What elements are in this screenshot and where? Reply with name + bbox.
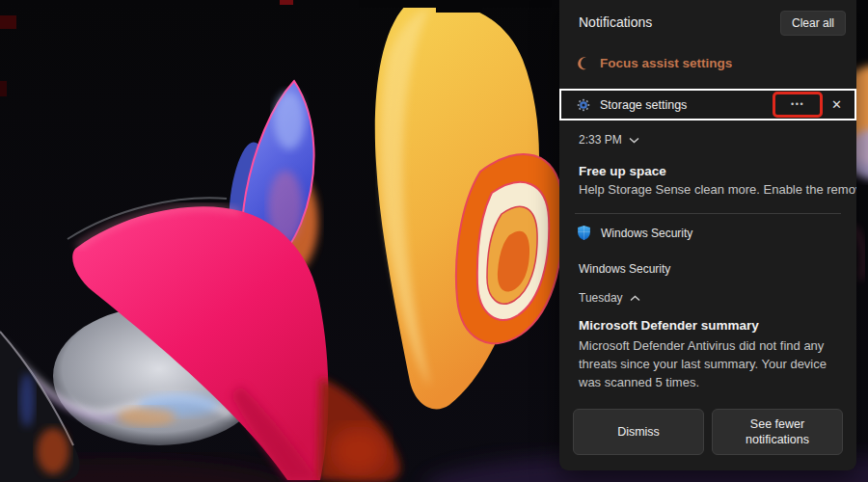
- security-day-label: Tuesday: [579, 291, 623, 305]
- security-app-row[interactable]: Windows Security: [577, 225, 692, 241]
- storage-settings-gear-icon: [577, 98, 590, 112]
- notification-time: 2:33 PM: [579, 133, 622, 147]
- chevron-up-icon: [630, 295, 640, 302]
- windows-security-shield-icon: [577, 225, 591, 241]
- storage-notification-title: Free up space: [579, 164, 666, 178]
- notification-actions: Dismiss See fewer notifications: [573, 409, 843, 455]
- divider: [575, 213, 841, 214]
- close-notification-button[interactable]: ✕: [831, 97, 842, 112]
- defender-summary-body: Microsoft Defender Antivirus did not fin…: [579, 336, 849, 391]
- annotation-highlight-box: •••: [773, 92, 823, 118]
- notification-time-expander[interactable]: 2:33 PM: [579, 133, 639, 147]
- security-app-label: Windows Security: [601, 227, 692, 240]
- focus-assist-label: Focus assist settings: [600, 56, 732, 70]
- focus-assist-moon-icon: [576, 55, 591, 70]
- chevron-down-icon: [629, 137, 639, 144]
- more-options-button[interactable]: •••: [791, 99, 804, 109]
- panel-title: Notifications: [579, 14, 652, 30]
- desktop-screen: Notifications Clear all Focus assist set…: [0, 0, 868, 482]
- storage-notification-header[interactable]: Storage settings ••• ✕: [559, 89, 856, 120]
- defender-summary-title: Microsoft Defender summary: [579, 318, 759, 333]
- focus-assist-settings-link[interactable]: Focus assist settings: [576, 55, 732, 70]
- see-fewer-notifications-button[interactable]: See fewer notifications: [712, 409, 843, 455]
- dismiss-button[interactable]: Dismiss: [573, 409, 704, 455]
- notification-center-panel: Notifications Clear all Focus assist set…: [559, 0, 856, 470]
- clear-all-button[interactable]: Clear all: [780, 11, 846, 36]
- security-day-expander[interactable]: Tuesday: [579, 291, 640, 305]
- storage-notification-body: Help Storage Sense clean more. Enable th…: [579, 182, 856, 197]
- security-group-title: Windows Security: [579, 262, 670, 276]
- storage-app-label: Storage settings: [600, 98, 687, 112]
